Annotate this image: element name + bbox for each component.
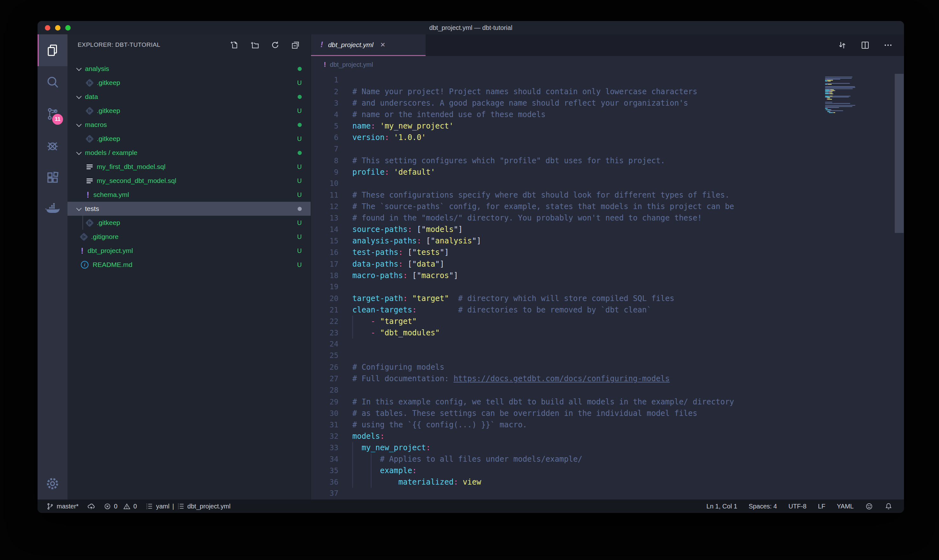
indent-guide [371,476,371,488]
code-line-12[interactable]: 12# The `source-paths` config, for examp… [311,202,904,214]
tree-item-tests[interactable]: tests [68,202,311,216]
eol-setting[interactable]: LF [818,503,825,510]
tree-item-data[interactable]: data [68,90,311,104]
tree-item--gitkeep[interactable]: .gitkeepU [68,216,311,230]
problems-status[interactable]: 0 0 [104,503,137,510]
vertical-scrollbar[interactable] [894,73,904,500]
sync-changes-button[interactable] [87,502,95,510]
tree-item-models-example[interactable]: models / example [68,146,311,160]
code-area[interactable]: 12# Name your project! Project names sho… [311,73,904,500]
indent-guide [353,476,353,488]
code-line-18[interactable]: 18macro-paths: ["macros"] [311,271,904,283]
code-line-4[interactable]: 4# name or the intended use of these mod… [311,110,904,122]
code-line-21[interactable]: 21clean-targets: # directories to be rem… [311,305,904,317]
tree-item-dbt-project-yml[interactable]: !dbt_project.ymlU [68,244,311,258]
code-line-6[interactable]: 6version: '1.0.0' [311,133,904,145]
warning-icon [123,503,131,510]
code-line-36[interactable]: 36 materialized: view [311,478,904,489]
tree-item-analysis[interactable]: analysis [68,62,311,76]
feedback-button[interactable] [865,502,873,510]
code-line-23[interactable]: 23 - "dbt_modules" [311,328,904,340]
line-content: analysis-paths: ["analysis"] [353,236,481,245]
tab-dbt-project-yml[interactable]: ! dbt_project.yml × [311,34,426,56]
encoding-setting[interactable]: UTF-8 [788,503,807,510]
line-number: 7 [311,145,339,153]
tree-item--gitkeep[interactable]: .gitkeepU [68,104,311,118]
tree-item--gitkeep[interactable]: .gitkeepU [68,76,311,90]
code-line-19[interactable]: 19 [311,283,904,294]
code-line-5[interactable]: 5name: 'my_new_project' [311,122,904,133]
activity-search[interactable] [38,66,68,98]
code-line-34[interactable]: 34 # Applies to all files under models/e… [311,455,904,466]
activity-run-debug[interactable] [38,130,68,162]
code-line-35[interactable]: 35 example: [311,466,904,478]
new-folder-button[interactable] [251,41,259,49]
code-line-25[interactable]: 25 [311,351,904,363]
code-line-14[interactable]: 14source-paths: ["models"] [311,225,904,236]
code-line-28[interactable]: 28 [311,386,904,397]
split-editor-button[interactable] [860,40,870,50]
tree-item--gitkeep[interactable]: .gitkeepU [68,132,311,146]
collapse-folders-button[interactable] [291,41,300,49]
code-line-8[interactable]: 8# This setting configures which "profil… [311,156,904,168]
code-line-1[interactable]: 1 [311,76,904,87]
git-branch-status[interactable]: master* [46,503,79,510]
tab-label: dbt_project.yml [328,41,373,49]
code-line-9[interactable]: 9profile: 'default' [311,168,904,179]
language-mode[interactable]: YAML [837,503,854,510]
code-lines[interactable]: 12# Name your project! Project names sho… [311,73,904,500]
activity-docker[interactable] [38,194,68,225]
refresh-explorer-button[interactable] [271,41,279,49]
yaml-outline-status[interactable]: yaml | dbt_project.yml [145,502,231,510]
tab-close-icon[interactable]: × [380,40,385,50]
tree-item-my-second-dbt-model-sql[interactable]: my_second_dbt_model.sqlU [68,174,311,188]
minimap[interactable] [825,76,873,115]
scrollbar-thumb[interactable] [895,74,904,233]
code-line-20[interactable]: 20target-path: "target" # directory whic… [311,294,904,305]
code-line-31[interactable]: 31# using the `{{ config(...) }}` macro. [311,420,904,432]
tree-item-schema-yml[interactable]: !schema.ymlU [68,188,311,202]
tree-item-readme-md[interactable]: iREADME.mdU [68,258,311,272]
open-changes-icon [837,40,847,50]
line-content: my_new_project: [353,443,431,452]
code-line-2[interactable]: 2# Name your project! Project names shou… [311,87,904,98]
breadcrumb-file[interactable]: dbt_project.yml [330,61,373,68]
outline-list-icon [177,502,185,510]
git-file-icon [85,218,94,227]
code-line-33[interactable]: 33 my_new_project: [311,443,904,455]
activity-settings[interactable] [38,468,68,500]
code-line-10[interactable]: 10 [311,179,904,191]
code-line-32[interactable]: 32models: [311,432,904,443]
cursor-position[interactable]: Ln 1, Col 1 [706,503,737,510]
code-line-3[interactable]: 3# and underscores. A good package name … [311,98,904,110]
code-line-11[interactable]: 11# These configurations specify where d… [311,191,904,202]
breadcrumb[interactable]: ! dbt_project.yml [311,56,904,73]
code-line-37[interactable]: 37 [311,489,904,500]
code-line-27[interactable]: 27# Full documentation: https://docs.get… [311,374,904,386]
new-file-button[interactable] [230,41,239,49]
titlebar[interactable]: dbt_project.yml — dbt-tutorial [38,21,904,34]
activity-explorer[interactable] [38,34,68,66]
code-line-22[interactable]: 22 - "target" [311,317,904,328]
code-line-29[interactable]: 29# In this example config, we tell dbt … [311,397,904,409]
code-line-7[interactable]: 7 [311,145,904,156]
tree-item-label: README.md [92,261,132,269]
tree-item-macros[interactable]: macros [68,118,311,132]
activity-extensions[interactable] [38,162,68,194]
code-line-16[interactable]: 16test-paths: ["tests"] [311,248,904,259]
code-line-24[interactable]: 24 [311,340,904,351]
activity-source-control[interactable]: 11 [38,98,68,130]
code-line-30[interactable]: 30# as tables. These settings can be ove… [311,409,904,420]
open-changes-button[interactable] [837,40,847,50]
notifications-button[interactable] [885,502,893,510]
tree-item--gitignore[interactable]: .gitignoreU [68,230,311,244]
code-line-15[interactable]: 15analysis-paths: ["analysis"] [311,236,904,248]
code-line-13[interactable]: 13# found in the "models/" directory. Yo… [311,214,904,225]
more-actions-button[interactable] [883,40,893,50]
code-line-17[interactable]: 17data-paths: ["data"] [311,260,904,271]
indentation-setting[interactable]: Spaces: 4 [749,503,777,510]
line-number: 8 [311,157,339,165]
tree-item-my-first-dbt-model-sql[interactable]: my_first_dbt_model.sqlU [68,160,311,174]
file-tree: analysis.gitkeepUdata.gitkeepUmacros.git… [68,55,311,500]
code-line-26[interactable]: 26# Configuring models [311,363,904,374]
